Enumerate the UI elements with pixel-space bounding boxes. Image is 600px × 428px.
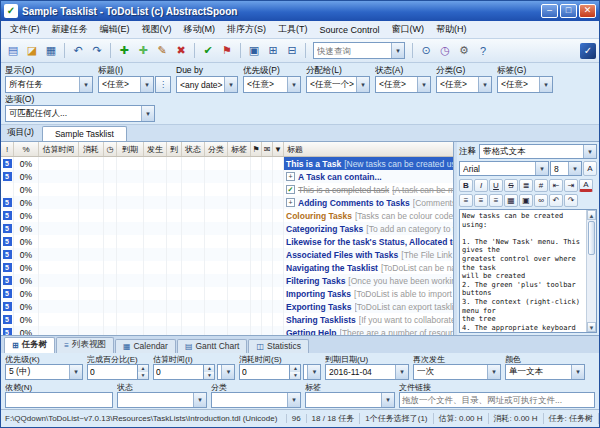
insert-image-button[interactable]: ▣: [519, 194, 533, 207]
quick-find-input[interactable]: [314, 46, 391, 56]
tab-list-view[interactable]: ≡列表视图: [56, 337, 114, 353]
bullet-list-button[interactable]: ≣: [519, 179, 533, 192]
time-spent-spinner[interactable]: ▲▼: [290, 364, 301, 380]
task-row[interactable]: 50%Categorizing Tasks[To add an category…: [1, 222, 453, 235]
toolbar-save-tasklist-icon[interactable]: ▦: [42, 42, 60, 60]
category-column[interactable]: 分类: [205, 142, 228, 156]
filter-due-by-select[interactable]: <any date>▾: [176, 76, 238, 93]
filter-category-select[interactable]: <任意>▾: [436, 76, 492, 93]
task-row[interactable]: 50%Importing Tasks[ToDoList is able to i…: [1, 287, 453, 300]
toolbar-collapse-all-icon[interactable]: ⊟: [283, 42, 301, 60]
color-select[interactable]: 单一文本▾: [505, 364, 585, 380]
toolbar-flag-task-icon[interactable]: ⚑: [218, 42, 236, 60]
spin-down-icon[interactable]: ▼: [138, 372, 148, 379]
spin-up-icon[interactable]: ▲: [138, 365, 148, 372]
time-spent-column[interactable]: 消耗: [79, 142, 104, 156]
scroll-thumb[interactable]: [588, 221, 595, 255]
toolbar-help-icon[interactable]: ?: [474, 42, 492, 60]
toolbar-edit-task-icon[interactable]: ✎: [153, 42, 171, 60]
menu-item-view[interactable]: 视图(V): [136, 21, 178, 38]
task-row[interactable]: 50%Navigating the Tasklist[ToDoList can …: [1, 261, 453, 274]
tags-select[interactable]: ▾: [305, 392, 395, 408]
title-column[interactable]: 标题: [284, 142, 453, 156]
spin-up-icon[interactable]: ▲: [290, 365, 300, 372]
checkbox-checked-icon[interactable]: ✓: [286, 185, 295, 194]
tags-column[interactable]: 标签: [228, 142, 251, 156]
task-row[interactable]: 50%+Adding Comments to Tasks[Comments ar…: [1, 196, 453, 209]
expand-icon[interactable]: +: [286, 172, 295, 181]
filter-priority-select[interactable]: <任意>▾: [243, 76, 301, 93]
tab-task-tree[interactable]: ⊞任务树: [4, 337, 55, 353]
filter-status-select[interactable]: <任意>▾: [375, 76, 431, 93]
percent-column[interactable]: %: [14, 142, 39, 156]
menu-item-new-task[interactable]: 新建任务: [46, 21, 94, 38]
toolbar-delete-task-icon[interactable]: ✖: [172, 42, 190, 60]
font-select[interactable]: Arial ▾: [459, 161, 549, 176]
toolbar-maximise-view-icon[interactable]: ▣: [245, 42, 263, 60]
scroll-up-icon[interactable]: ▲: [587, 210, 596, 220]
category-select[interactable]: ▾: [211, 392, 301, 408]
task-row[interactable]: 50%Associated Files with Tasks[The File …: [1, 248, 453, 261]
menu-item-move[interactable]: 移动(M): [178, 21, 222, 38]
chevron-down-icon[interactable]: ▾: [391, 43, 404, 58]
toolbar-undo-icon[interactable]: ↶: [69, 42, 87, 60]
expand-icon[interactable]: +: [286, 198, 295, 207]
align-center-button[interactable]: ≡: [474, 194, 488, 207]
insert-table-button[interactable]: ▦: [504, 194, 518, 207]
text-color-button[interactable]: A: [579, 179, 593, 192]
due-date-column[interactable]: 到期: [117, 142, 144, 156]
due-date-select[interactable]: 2016-11-04▾: [325, 364, 409, 380]
toolbar-reminder-icon[interactable]: ◷: [436, 42, 454, 60]
menu-item-help[interactable]: 帮助(H): [430, 21, 473, 38]
percent-done-input[interactable]: [87, 364, 138, 380]
menu-item-source-control[interactable]: Source Control: [314, 23, 386, 37]
task-row[interactable]: 50%Colouring Tasks[Tasks can be colour c…: [1, 209, 453, 222]
priority-column[interactable]: !: [1, 142, 14, 156]
start-date-column[interactable]: 发生: [144, 142, 167, 156]
task-row[interactable]: 50%Sharing Tasklists[If you want to coll…: [1, 313, 453, 326]
align-right-button[interactable]: ≡: [489, 194, 503, 207]
time-estimate-spinner[interactable]: ▲▼: [204, 364, 215, 380]
percent-done-spinner[interactable]: ▲▼: [138, 364, 149, 380]
filter-show-select[interactable]: 所有任务▾: [5, 76, 93, 93]
filter-options-select[interactable]: 可匹配任何人... ▾: [5, 105, 155, 122]
tab-calendar[interactable]: ▦Calendar: [115, 339, 176, 353]
font-size-select[interactable]: 8 ▾: [550, 161, 582, 176]
filter-title-options-button[interactable]: ⋮: [155, 76, 171, 93]
comments-format-select[interactable]: 带格式文本 ▾: [479, 144, 597, 159]
flag-column[interactable]: ⚑: [251, 142, 262, 156]
file-link-input[interactable]: [399, 392, 595, 408]
toolbar-open-tasklist-icon[interactable]: ◪: [23, 42, 41, 60]
toolbar-expand-all-icon[interactable]: ⊞: [264, 42, 282, 60]
toolbar-new-task-icon[interactable]: ✚: [115, 42, 133, 60]
toolbar-complete-task-icon[interactable]: ✔: [199, 42, 217, 60]
time-estimate-input[interactable]: [153, 364, 204, 380]
minimize-button[interactable]: –: [541, 4, 558, 18]
done-date-column[interactable]: 到: [167, 142, 182, 156]
task-row[interactable]: 50%+A Task can contain...: [1, 170, 453, 183]
task-row[interactable]: 0%✓This is a completed task[A task can b…: [1, 183, 453, 196]
filelink-column[interactable]: ✉: [262, 142, 273, 156]
spin-down-icon[interactable]: ▼: [204, 372, 214, 379]
time-spent-unit-select[interactable]: 时▾: [303, 364, 321, 380]
time-estimate-unit-select[interactable]: 时▾: [217, 364, 235, 380]
time-spent-input[interactable]: [239, 364, 290, 380]
filter-title-select[interactable]: <任意>▾: [98, 76, 154, 93]
strikethrough-button[interactable]: S: [504, 179, 518, 192]
toolbar-new-subtask-icon[interactable]: ✚: [134, 42, 152, 60]
task-row[interactable]: 50%Exporting Tasks[ToDoList can export t…: [1, 300, 453, 313]
redo-comment-button[interactable]: ↷: [564, 194, 578, 207]
status-column[interactable]: 状态: [182, 142, 205, 156]
insert-link-button[interactable]: ∞: [534, 194, 548, 207]
time-estimate-column[interactable]: 估算时间: [39, 142, 79, 156]
task-row[interactable]: 50%Filtering Tasks[Once you have been wo…: [1, 274, 453, 287]
underline-button[interactable]: U: [489, 179, 503, 192]
toolbar-preferences-icon[interactable]: ⚙: [455, 42, 473, 60]
outdent-button[interactable]: ⇤: [549, 179, 563, 192]
align-left-button[interactable]: ≡: [459, 194, 473, 207]
toolbar-find-tasks-icon[interactable]: ⊙: [417, 42, 435, 60]
sort-column[interactable]: ▼: [273, 142, 284, 156]
recurrence-select[interactable]: 一次▾: [413, 364, 501, 380]
task-row[interactable]: 50%Getting Help[There are a number of re…: [1, 326, 453, 335]
tasklist-tab[interactable]: Sample Tasklist: [42, 126, 127, 141]
